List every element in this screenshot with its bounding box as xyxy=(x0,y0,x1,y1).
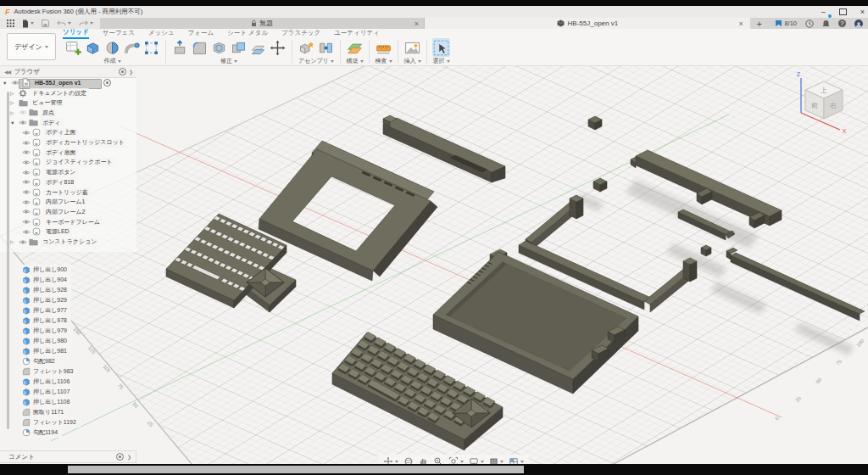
close-tab-icon[interactable]: × xyxy=(739,20,743,28)
tree-item-body[interactable]: 内部フレーム2 xyxy=(0,207,136,217)
press-pull-icon[interactable] xyxy=(171,39,189,57)
feature-item[interactable]: 押し出し981 xyxy=(20,346,71,355)
select-dropdown[interactable]: 選択 xyxy=(433,57,450,65)
feature-item[interactable]: 押し出し979 xyxy=(20,326,71,335)
help-icon[interactable]: ? xyxy=(838,20,846,27)
tab-active-document[interactable]: HB-55J_open v1 × xyxy=(425,18,750,29)
feature-item[interactable]: 面取り1171 xyxy=(20,407,68,416)
feature-item[interactable]: 押し出し977 xyxy=(20,305,71,315)
move-icon[interactable] xyxy=(269,39,287,57)
shell-icon[interactable] xyxy=(210,39,228,57)
tree-item-body[interactable]: 電源LED xyxy=(0,227,136,238)
expand-arrow-icon[interactable]: ▷ xyxy=(10,239,14,244)
save-icon[interactable] xyxy=(42,20,49,27)
revolve-icon[interactable] xyxy=(103,39,121,57)
workspace-selector-button[interactable]: デザイン xyxy=(7,33,56,60)
tree-item-gear[interactable]: ▷ドキュメントの設定 xyxy=(0,88,136,98)
tree-item-body[interactable]: ボディ底面 xyxy=(0,148,136,158)
feature-item[interactable]: 押し出し980 xyxy=(20,336,71,345)
tree-item-body[interactable]: ボディ上面 xyxy=(0,128,136,138)
tree-item-body[interactable]: ジョイスティックポート xyxy=(0,158,136,168)
visibility-eye-icon[interactable] xyxy=(22,179,31,185)
visibility-eye-icon[interactable] xyxy=(22,189,31,195)
feature-item[interactable]: 押し出し1107 xyxy=(20,387,74,396)
fillet-icon[interactable] xyxy=(191,39,209,57)
create-sketch-icon[interactable] xyxy=(64,39,82,57)
visibility-eye-icon[interactable] xyxy=(22,199,31,205)
expand-arrow-icon[interactable]: ▷ xyxy=(10,110,14,115)
visibility-eye-icon[interactable] xyxy=(22,130,31,136)
viewcube-right-face[interactable]: 右 xyxy=(830,102,837,109)
feature-item[interactable]: 押し出し900 xyxy=(20,265,71,274)
tree-item-body[interactable]: キーボードフレーム xyxy=(0,217,136,227)
comment-bar[interactable]: コメント ❯ xyxy=(0,450,136,463)
feature-item[interactable]: フィレット983 xyxy=(20,366,78,376)
browser-scrollbar[interactable] xyxy=(7,92,9,429)
feature-item[interactable]: 押し出し978 xyxy=(20,316,71,325)
measure-icon[interactable] xyxy=(375,39,392,57)
joint-icon[interactable] xyxy=(317,39,335,57)
feature-item[interactable]: フィレット1192 xyxy=(20,417,81,427)
pattern-path-icon[interactable] xyxy=(142,39,160,57)
tree-item-folder[interactable]: ▷ビュー管理 xyxy=(0,98,136,108)
viewcube-z-label[interactable]: Z xyxy=(797,71,801,77)
activate-component-radio[interactable] xyxy=(103,79,111,87)
visibility-eye-icon[interactable] xyxy=(22,209,31,215)
feature-item[interactable]: 勾配1194 xyxy=(20,428,62,437)
tree-item-body[interactable]: ボディ818 xyxy=(0,177,136,187)
expand-arrow-icon[interactable]: ▷ xyxy=(10,100,14,105)
panel-chevron-icon[interactable]: ❯ xyxy=(129,69,133,75)
viewcube-top-face[interactable]: 上 xyxy=(820,87,827,94)
close-window-button[interactable]: × xyxy=(860,6,865,18)
insert-canvas-icon[interactable] xyxy=(403,39,421,57)
comment-options-icon[interactable] xyxy=(116,453,124,461)
tree-item-root[interactable]: ▼HB-55J_open v1 xyxy=(0,78,136,88)
browser-panel-header[interactable]: ◀◀ ブラウザ ❯ xyxy=(0,66,136,78)
tree-item-folder[interactable]: ▼ボディ xyxy=(0,118,136,128)
job-status-badge[interactable]: 8/10 xyxy=(775,20,797,27)
collapse-arrow-icon[interactable]: ▼ xyxy=(10,120,14,126)
assemble-dropdown[interactable]: アセンブリ xyxy=(298,57,334,65)
feature-item[interactable]: 勾配982 xyxy=(20,356,59,366)
file-menu-icon[interactable] xyxy=(22,20,34,28)
feature-item[interactable]: 押し出し928 xyxy=(20,285,71,294)
comment-chevron-icon[interactable]: ❯ xyxy=(127,454,131,460)
visibility-eye-icon[interactable] xyxy=(22,149,31,155)
expand-arrow-icon[interactable]: ▷ xyxy=(10,91,14,96)
redo-icon[interactable] xyxy=(79,20,93,27)
offset-face-icon[interactable] xyxy=(249,39,267,57)
insert-dropdown[interactable]: 挿入 xyxy=(404,57,421,65)
feature-item[interactable]: 押し出し904 xyxy=(20,275,71,284)
maximize-button[interactable] xyxy=(839,8,847,15)
user-avatar[interactable] xyxy=(854,20,863,28)
app-grid-icon[interactable] xyxy=(7,20,14,27)
tree-item-body[interactable]: 内部フレーム1 xyxy=(0,197,136,207)
new-tab-button[interactable]: + xyxy=(750,18,769,29)
create-dropdown[interactable]: 作成 xyxy=(104,57,121,65)
inspect-dropdown[interactable]: 検査 xyxy=(376,57,392,65)
combine-icon[interactable] xyxy=(230,39,248,57)
visibility-eye-icon[interactable] xyxy=(22,140,31,146)
construct-dropdown[interactable]: 構築 xyxy=(347,57,364,65)
visibility-eye-icon[interactable] xyxy=(19,109,27,115)
construction-plane-icon[interactable] xyxy=(346,39,364,57)
tree-item-body[interactable]: 電源ボタン xyxy=(0,167,136,177)
collapse-arrow-icon[interactable]: ▼ xyxy=(3,81,7,86)
new-component-icon[interactable] xyxy=(298,39,315,57)
tree-item-body[interactable]: カートリッジ蓋 xyxy=(0,187,136,198)
feature-item[interactable]: 押し出し1108 xyxy=(20,397,74,406)
tab-untitled-document[interactable]: 無題 × xyxy=(100,18,425,29)
sweep-icon[interactable] xyxy=(123,39,141,57)
viewcube-x-label[interactable]: X xyxy=(843,128,847,134)
ribbon-tab-1[interactable]: サーフェス xyxy=(103,29,135,38)
tree-item-body[interactable]: ボディカートリッジスロット xyxy=(0,137,136,148)
feature-item[interactable]: 押し出し1106 xyxy=(20,377,74,386)
undo-icon[interactable] xyxy=(57,20,71,27)
visibility-eye-icon[interactable] xyxy=(19,120,27,126)
visibility-eye-icon[interactable] xyxy=(22,229,31,235)
visibility-eye-icon[interactable] xyxy=(11,80,19,86)
feature-item[interactable]: 押し出し929 xyxy=(20,295,71,305)
tree-item-folder[interactable]: ▷コンストラクション xyxy=(0,237,136,247)
modify-dropdown[interactable]: 修正 xyxy=(220,57,237,65)
ribbon-tab-5[interactable]: プラスチック xyxy=(281,29,320,38)
